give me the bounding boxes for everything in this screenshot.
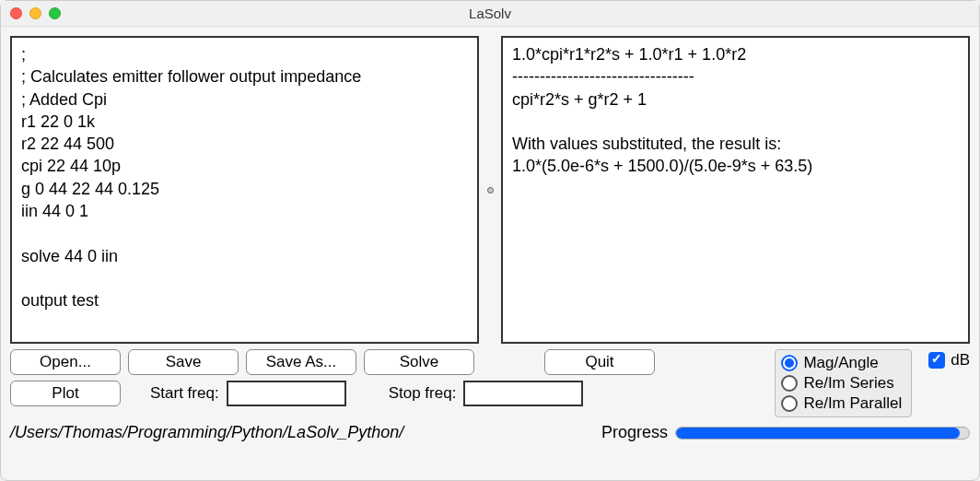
radio-mag-angle[interactable]: Mag/Angle bbox=[781, 354, 902, 372]
stop-freq-label: Stop freq: bbox=[389, 384, 457, 403]
file-path: /Users/Thomas/Programming/Python/LaSolv_… bbox=[10, 423, 403, 442]
minimize-icon[interactable] bbox=[29, 7, 41, 19]
db-label: dB bbox=[951, 351, 970, 370]
controls-row: Open... Save Save As... Solve Quit Plot … bbox=[1, 349, 979, 421]
editor-panes: ; ; Calculates emitter follower output i… bbox=[1, 27, 979, 349]
format-radio-group: Mag/Angle Re/Im Series Re/Im Parallel bbox=[775, 349, 912, 417]
close-icon[interactable] bbox=[10, 7, 22, 19]
progress-fill bbox=[676, 428, 960, 439]
start-freq-input[interactable] bbox=[227, 381, 346, 406]
window-controls bbox=[10, 7, 61, 19]
quit-button[interactable]: Quit bbox=[544, 349, 655, 375]
splitter-handle-icon[interactable] bbox=[487, 187, 494, 194]
input-pane[interactable]: ; ; Calculates emitter follower output i… bbox=[10, 36, 479, 344]
progress-label: Progress bbox=[601, 423, 668, 442]
radio-reim-series[interactable]: Re/Im Series bbox=[781, 374, 902, 393]
start-freq-label: Start freq: bbox=[150, 384, 219, 403]
radio-label: Re/Im Parallel bbox=[803, 394, 902, 413]
stop-freq-input[interactable] bbox=[463, 381, 583, 406]
window-title: LaSolv bbox=[1, 6, 979, 21]
button-column: Open... Save Save As... Solve Quit Plot … bbox=[10, 349, 655, 406]
maximize-icon[interactable] bbox=[49, 7, 61, 19]
output-pane: 1.0*cpi*r1*r2*s + 1.0*r1 + 1.0*r2 ------… bbox=[501, 36, 970, 344]
splitter[interactable] bbox=[486, 36, 494, 344]
plot-button[interactable]: Plot bbox=[10, 381, 121, 406]
saveas-button[interactable]: Save As... bbox=[246, 349, 356, 375]
radio-icon bbox=[781, 395, 798, 412]
radio-label: Re/Im Series bbox=[803, 374, 893, 393]
open-button[interactable]: Open... bbox=[10, 349, 121, 375]
db-checkbox-row[interactable]: dB bbox=[928, 351, 970, 370]
progress-bar bbox=[675, 427, 970, 440]
radio-label: Mag/Angle bbox=[803, 354, 878, 372]
app-window: LaSolv ; ; Calculates emitter follower o… bbox=[0, 0, 980, 481]
radio-reim-parallel[interactable]: Re/Im Parallel bbox=[781, 394, 902, 413]
status-bar: /Users/Thomas/Programming/Python/LaSolv_… bbox=[1, 421, 979, 448]
radio-icon bbox=[781, 375, 798, 392]
radio-icon bbox=[781, 355, 798, 371]
save-button[interactable]: Save bbox=[128, 349, 239, 375]
checkbox-icon[interactable] bbox=[928, 352, 945, 369]
progress-section: Progress bbox=[601, 423, 970, 442]
titlebar: LaSolv bbox=[1, 1, 979, 27]
solve-button[interactable]: Solve bbox=[364, 349, 474, 375]
